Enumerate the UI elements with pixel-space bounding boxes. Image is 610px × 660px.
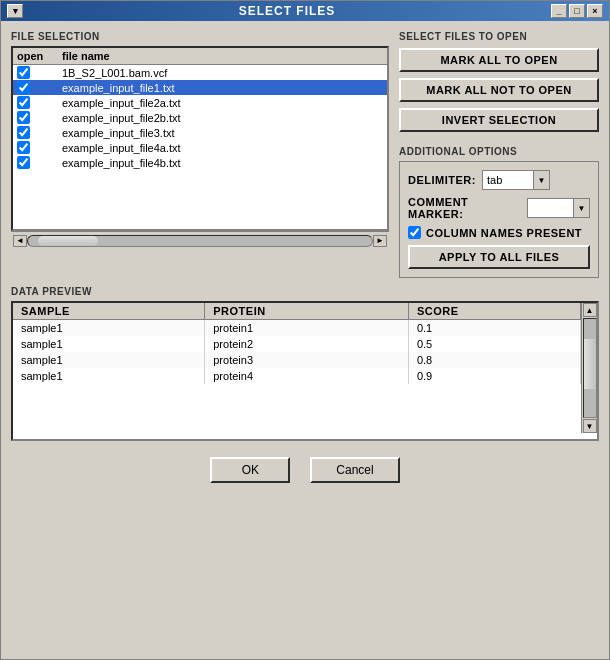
file-list-body[interactable]: 1B_S2_L001.bam.vcfexample_input_file1.tx…	[13, 65, 387, 229]
cancel-button[interactable]: Cancel	[310, 457, 399, 483]
main-area: FILE SELECTION open file name 1B_S2_L001…	[11, 31, 599, 278]
file-checkbox-input[interactable]	[17, 81, 30, 94]
file-name-cell: example_input_file2b.txt	[62, 112, 383, 124]
scrollbar-thumb[interactable]	[38, 236, 98, 246]
comment-marker-row: COMMENT MARKER: ▼	[408, 196, 590, 220]
right-panel: SELECT FILES TO OPEN MARK ALL TO OPEN MA…	[399, 31, 599, 278]
file-checkbox-input[interactable]	[17, 156, 30, 169]
file-name-cell: example_input_file2a.txt	[62, 97, 383, 109]
file-checkbox-input[interactable]	[17, 141, 30, 154]
file-row[interactable]: example_input_file1.txt	[13, 80, 387, 95]
data-preview-section: DATA PREVIEW SAMPLE PROTEIN SCORE	[11, 286, 599, 441]
title-bar-left-controls: ▾	[7, 4, 23, 18]
file-checkbox-cell	[17, 111, 62, 124]
vscroll-up-arrow[interactable]: ▲	[583, 303, 597, 317]
minimize-button[interactable]: _	[551, 4, 567, 18]
file-checkbox-cell	[17, 156, 62, 169]
file-checkbox-input[interactable]	[17, 66, 30, 79]
vscroll-thumb[interactable]	[584, 339, 596, 389]
table-row: sample1protein30.8	[13, 352, 581, 368]
column-names-checkbox[interactable]	[408, 226, 421, 239]
file-row[interactable]: example_input_file4b.txt	[13, 155, 387, 170]
apply-to-files-button[interactable]: APPLY TO ALL FILES	[408, 245, 590, 269]
comment-marker-select[interactable]: ▼	[527, 198, 590, 218]
col-protein-header: PROTEIN	[205, 303, 409, 320]
delimiter-dropdown-arrow[interactable]: ▼	[533, 171, 549, 189]
col-open-header: open	[17, 50, 62, 62]
vscroll-track[interactable]	[583, 318, 597, 418]
file-name-cell: example_input_file4a.txt	[62, 142, 383, 154]
file-checkbox-cell	[17, 96, 62, 109]
table-cell: protein2	[205, 336, 409, 352]
invert-selection-button[interactable]: INVERT SELECTION	[399, 108, 599, 132]
file-checkbox-cell	[17, 66, 62, 79]
table-header-row: SAMPLE PROTEIN SCORE	[13, 303, 581, 320]
comment-marker-dropdown-arrow[interactable]: ▼	[573, 199, 589, 217]
file-row[interactable]: example_input_file4a.txt	[13, 140, 387, 155]
table-cell: sample1	[13, 320, 205, 337]
table-cell: 0.8	[408, 352, 580, 368]
file-checkbox-input[interactable]	[17, 126, 30, 139]
file-row[interactable]: example_input_file2a.txt	[13, 95, 387, 110]
delimiter-select[interactable]: tab ▼	[482, 170, 550, 190]
data-table-wrapper: SAMPLE PROTEIN SCORE sample1protein10.1s…	[11, 301, 599, 441]
table-cell: protein1	[205, 320, 409, 337]
file-checkbox-input[interactable]	[17, 111, 30, 124]
file-row[interactable]: example_input_file2b.txt	[13, 110, 387, 125]
scroll-right-arrow[interactable]: ►	[373, 235, 387, 247]
scroll-left-arrow[interactable]: ◄	[13, 235, 27, 247]
ok-button[interactable]: OK	[210, 457, 290, 483]
menu-button[interactable]: ▾	[7, 4, 23, 18]
delimiter-row: DELIMITER: tab ▼	[408, 170, 590, 190]
table-row: sample1protein10.1	[13, 320, 581, 337]
file-selection-panel: FILE SELECTION open file name 1B_S2_L001…	[11, 31, 389, 278]
file-list-header: open file name	[13, 48, 387, 65]
file-checkbox-input[interactable]	[17, 96, 30, 109]
file-selection-label: FILE SELECTION	[11, 31, 389, 42]
table-row: sample1protein20.5	[13, 336, 581, 352]
data-table-scroll: SAMPLE PROTEIN SCORE sample1protein10.1s…	[13, 303, 581, 433]
file-name-cell: example_input_file3.txt	[62, 127, 383, 139]
scrollbar-track[interactable]	[27, 235, 373, 247]
column-names-label[interactable]: COLUMN NAMES PRESENT	[426, 227, 582, 239]
delimiter-label: DELIMITER:	[408, 174, 476, 186]
table-body: sample1protein10.1sample1protein20.5samp…	[13, 320, 581, 385]
window-title: SELECT FILES	[23, 4, 551, 18]
table-cell: sample1	[13, 336, 205, 352]
file-row[interactable]: example_input_file3.txt	[13, 125, 387, 140]
additional-options-section: ADDITIONAL OPTIONS DELIMITER: tab ▼ COMM…	[399, 146, 599, 278]
table-cell: 0.1	[408, 320, 580, 337]
file-name-cell: example_input_file1.txt	[62, 82, 383, 94]
window-content: FILE SELECTION open file name 1B_S2_L001…	[1, 21, 609, 659]
horizontal-scrollbar: ◄ ►	[11, 231, 389, 249]
column-names-row: COLUMN NAMES PRESENT	[408, 226, 590, 239]
vertical-scrollbar: ▲ ▼	[581, 303, 597, 433]
title-bar: ▾ SELECT FILES _ □ ×	[1, 1, 609, 21]
mark-all-to-open-button[interactable]: MARK ALL TO OPEN	[399, 48, 599, 72]
table-row: sample1protein40.9	[13, 368, 581, 384]
file-row[interactable]: 1B_S2_L001.bam.vcf	[13, 65, 387, 80]
data-preview-label: DATA PREVIEW	[11, 286, 599, 297]
additional-options-label: ADDITIONAL OPTIONS	[399, 146, 599, 157]
bottom-buttons: OK Cancel	[11, 449, 599, 491]
file-checkbox-cell	[17, 81, 62, 94]
table-cell: sample1	[13, 368, 205, 384]
table-cell: sample1	[13, 352, 205, 368]
comment-marker-label: COMMENT MARKER:	[408, 196, 521, 220]
title-bar-right-controls: _ □ ×	[551, 4, 603, 18]
col-filename-header: file name	[62, 50, 383, 62]
file-name-cell: 1B_S2_L001.bam.vcf	[62, 67, 383, 79]
table-cell: 0.9	[408, 368, 580, 384]
data-table: SAMPLE PROTEIN SCORE sample1protein10.1s…	[13, 303, 581, 384]
close-button[interactable]: ×	[587, 4, 603, 18]
file-checkbox-cell	[17, 141, 62, 154]
col-score-header: SCORE	[408, 303, 580, 320]
main-window: ▾ SELECT FILES _ □ × FILE SELECTION open…	[0, 0, 610, 660]
table-cell: protein3	[205, 352, 409, 368]
mark-not-to-open-button[interactable]: MARK ALL NOT TO OPEN	[399, 78, 599, 102]
additional-options-box: DELIMITER: tab ▼ COMMENT MARKER: ▼	[399, 161, 599, 278]
table-cell: protein4	[205, 368, 409, 384]
data-table-container: SAMPLE PROTEIN SCORE sample1protein10.1s…	[13, 303, 597, 433]
vscroll-down-arrow[interactable]: ▼	[583, 419, 597, 433]
maximize-button[interactable]: □	[569, 4, 585, 18]
